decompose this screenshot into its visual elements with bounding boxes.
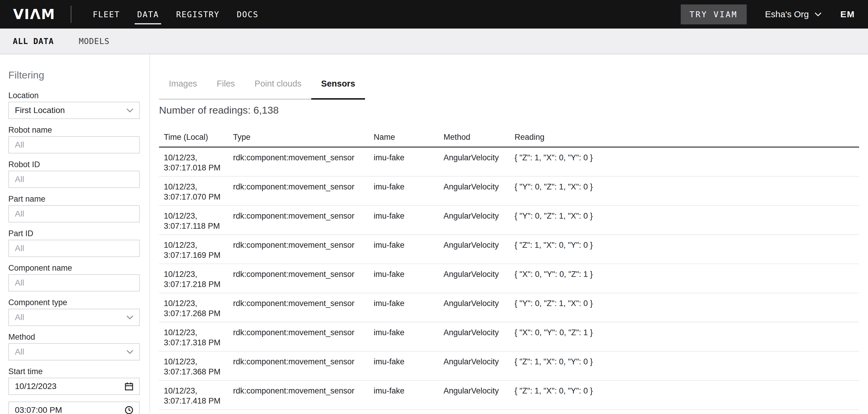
- chevron-down-icon: [814, 12, 822, 17]
- nav-link[interactable]: DOCS: [237, 10, 258, 19]
- avatar[interactable]: EM: [840, 9, 855, 19]
- cell-time: 10/12/23, 3:07:17.070 PM: [159, 182, 233, 205]
- filter-text-input[interactable]: [8, 274, 140, 292]
- cell-reading: { "X": 0, "Y": 0, "Z": 1 }: [515, 327, 859, 351]
- cell-name: imu-fake: [374, 182, 443, 205]
- filter-field: Part name: [8, 195, 140, 223]
- filter-select-value: All: [15, 313, 24, 322]
- cell-reading: { "Z": 1, "X": 0, "Y": 0 }: [515, 386, 859, 409]
- main-layout: Filtering Location First Location Robot …: [0, 54, 868, 413]
- table-column-header: Time (Local): [159, 132, 233, 142]
- org-switcher[interactable]: Esha's Org: [765, 9, 822, 19]
- cell-time: 10/12/23, 3:07:17.368 PM: [159, 357, 233, 380]
- subnav-tab[interactable]: ALL DATA: [13, 37, 54, 46]
- cell-reading: { "Z": 1, "X": 0, "Y": 0 }: [515, 153, 859, 176]
- navbar-right: TRY VIAM Esha's Org EM: [681, 4, 855, 24]
- primary-nav: FLEETDATAREGISTRYDOCS: [93, 10, 258, 19]
- filter-field: Start time 10/12/2023: [8, 367, 140, 395]
- filter-select[interactable]: All: [8, 343, 140, 360]
- clock-icon: [124, 405, 134, 414]
- data-type-tab[interactable]: Point clouds: [245, 79, 311, 99]
- cell-reading: { "X": 0, "Y": 0, "Z": 1 }: [515, 269, 859, 293]
- table-row: 10/12/23, 3:07:17.018 PM rdk:component:m…: [159, 148, 859, 177]
- filter-text-input[interactable]: [8, 205, 140, 223]
- cell-time: 10/12/23, 3:07:17.218 PM: [159, 269, 233, 293]
- filter-select[interactable]: First Location: [8, 102, 140, 119]
- filter-field: Component name: [8, 264, 140, 292]
- cell-name: imu-fake: [374, 153, 443, 176]
- cell-type: rdk:component:movement_sensor: [233, 269, 374, 293]
- cell-time: 10/12/23, 3:07:17.018 PM: [159, 153, 233, 176]
- filter-field: Location First Location: [8, 91, 140, 119]
- viam-logo[interactable]: VIΛM: [13, 6, 55, 22]
- readings-label: Number of readings:: [159, 105, 251, 116]
- table-column-header: Method: [443, 132, 515, 142]
- cell-method: AngularVelocity: [443, 357, 515, 380]
- table-row: 10/12/23, 3:07:17.070 PM rdk:component:m…: [159, 177, 859, 206]
- table-row: 10/12/23, 3:07:17.118 PM rdk:component:m…: [159, 206, 859, 235]
- filter-text-input[interactable]: [8, 171, 140, 188]
- cell-name: imu-fake: [374, 327, 443, 351]
- cell-method: AngularVelocity: [443, 327, 515, 351]
- cell-name: imu-fake: [374, 211, 443, 234]
- filter-field-label: Robot name: [8, 125, 140, 135]
- filtering-sidebar: Filtering Location First Location Robot …: [0, 54, 150, 413]
- cell-time: 10/12/23, 3:07:17.268 PM: [159, 298, 233, 322]
- filter-field: 03:07:00 PM: [8, 402, 140, 414]
- table-row: 10/12/23, 3:07:17.318 PM rdk:component:m…: [159, 322, 859, 352]
- cell-name: imu-fake: [374, 240, 443, 264]
- readings-count-line: Number of readings: 6,138: [159, 105, 859, 116]
- filter-field-label: Part ID: [8, 229, 140, 238]
- try-viam-button[interactable]: TRY VIAM: [681, 4, 747, 24]
- nav-link[interactable]: DATA: [137, 10, 159, 19]
- cell-type: rdk:component:movement_sensor: [233, 240, 374, 264]
- filter-field-label: Component type: [8, 298, 140, 307]
- nav-link[interactable]: REGISTRY: [176, 10, 219, 19]
- start-date-value: 10/12/2023: [15, 382, 57, 391]
- org-name: Esha's Org: [765, 9, 809, 19]
- readings-count: 6,138: [254, 105, 279, 116]
- filter-field-label: Component name: [8, 264, 140, 272]
- subnav-tab[interactable]: MODELS: [79, 37, 110, 46]
- data-type-tabs: ImagesFilesPoint cloudsSensors: [159, 79, 365, 100]
- data-type-tab[interactable]: Images: [159, 79, 207, 99]
- filter-text-input[interactable]: [8, 240, 140, 257]
- chevron-down-icon: [126, 108, 134, 113]
- table-row: 10/12/23, 3:07:17.368 PM rdk:component:m…: [159, 352, 859, 381]
- cell-method: AngularVelocity: [443, 153, 515, 176]
- cell-type: rdk:component:movement_sensor: [233, 357, 374, 380]
- cell-time: 10/12/23, 3:07:17.418 PM: [159, 386, 233, 409]
- cell-method: AngularVelocity: [443, 182, 515, 205]
- table-row: 10/12/23, 3:07:17.169 PM rdk:component:m…: [159, 235, 859, 264]
- filter-field-label: Location: [8, 91, 140, 100]
- filter-field: Robot name: [8, 125, 140, 153]
- cell-reading: { "Y": 0, "Z": 1, "X": 0 }: [515, 298, 859, 322]
- table-row: 10/12/23, 3:07:17.218 PM rdk:component:m…: [159, 264, 859, 293]
- filter-field-label: Method: [8, 332, 140, 342]
- table-column-header: Name: [374, 132, 443, 142]
- cell-time: 10/12/23, 3:07:17.118 PM: [159, 211, 233, 234]
- cell-type: rdk:component:movement_sensor: [233, 386, 374, 409]
- table-row: 10/12/23, 3:07:17.418 PM rdk:component:m…: [159, 381, 859, 410]
- cell-reading: { "Z": 1, "X": 0, "Y": 0 }: [515, 357, 859, 380]
- sensor-readings-table: Time (Local)TypeNameMethodReading 10/12/…: [159, 132, 859, 410]
- cell-method: AngularVelocity: [443, 386, 515, 409]
- filter-select-value: All: [15, 347, 24, 357]
- start-time-input[interactable]: 03:07:00 PM: [8, 402, 140, 414]
- filter-field: Robot ID: [8, 160, 140, 188]
- filter-text-input[interactable]: [8, 136, 140, 153]
- start-date-input[interactable]: 10/12/2023: [8, 378, 140, 395]
- data-type-tab[interactable]: Sensors: [311, 79, 365, 99]
- cell-reading: { "Z": 1, "X": 0, "Y": 0 }: [515, 240, 859, 264]
- cell-time: 10/12/23, 3:07:17.318 PM: [159, 327, 233, 351]
- filter-select[interactable]: All: [8, 309, 140, 326]
- cell-method: AngularVelocity: [443, 240, 515, 264]
- data-type-tab[interactable]: Files: [207, 79, 245, 99]
- chevron-down-icon: [126, 350, 134, 354]
- navbar-divider: [71, 6, 71, 23]
- nav-link[interactable]: FLEET: [93, 10, 120, 19]
- cell-reading: { "Y": 0, "Z": 1, "X": 0 }: [515, 182, 859, 205]
- cell-time: 10/12/23, 3:07:17.169 PM: [159, 240, 233, 264]
- cell-method: AngularVelocity: [443, 298, 515, 322]
- cell-name: imu-fake: [374, 386, 443, 409]
